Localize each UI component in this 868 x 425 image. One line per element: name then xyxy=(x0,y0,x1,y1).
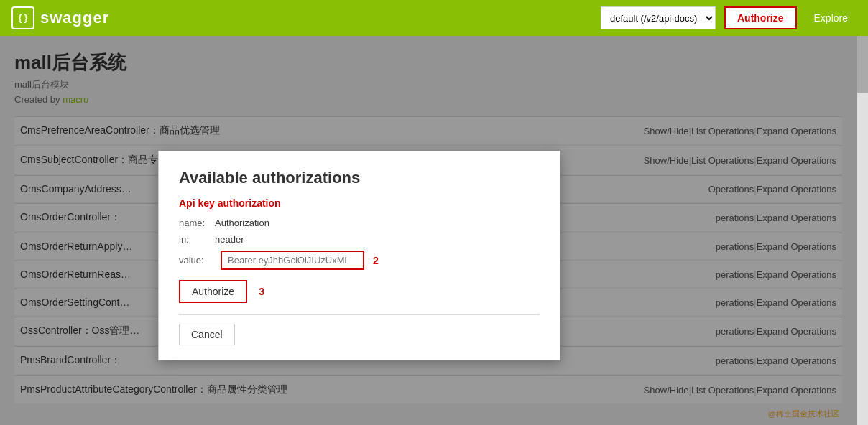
modal-divider xyxy=(179,314,540,315)
modal-cancel-button[interactable]: Cancel xyxy=(179,324,235,345)
content-area: mall后台系统 mall后台模块 Created by macro CmsPr… xyxy=(0,36,857,425)
swagger-logo-text: swagger xyxy=(40,9,109,27)
modal-name-field: name: Authorization xyxy=(179,218,540,228)
scrollbar[interactable] xyxy=(857,36,868,425)
authorization-modal: Available authorizations Api key authori… xyxy=(158,151,560,360)
modal-in-label: in: xyxy=(179,234,215,245)
scrollbar-thumb[interactable] xyxy=(857,36,868,93)
modal-section-title: Api key authorization xyxy=(179,197,540,209)
header-authorize-button[interactable]: Authorize xyxy=(724,6,797,29)
modal-value-label: value: xyxy=(179,255,215,266)
modal-name-label: name: xyxy=(179,218,215,228)
main-container: mall后台系统 mall后台模块 Created by macro CmsPr… xyxy=(0,36,868,425)
modal-name-value: Authorization xyxy=(215,218,269,228)
header: { } swagger default (/v2/api-docs) Autho… xyxy=(0,0,868,36)
modal-value-input[interactable] xyxy=(221,251,364,270)
modal-in-value: header xyxy=(215,234,244,245)
modal-title: Available authorizations xyxy=(179,169,540,187)
modal-in-field: in: header xyxy=(179,234,540,245)
logo: { } swagger xyxy=(11,6,109,29)
modal-value-row: value: 2 xyxy=(179,251,540,270)
modal-authorize-number: 3 xyxy=(259,286,264,297)
modal-authorize-button[interactable]: Authorize xyxy=(179,280,247,303)
api-version-select[interactable]: default (/v2/api-docs) xyxy=(601,6,716,29)
modal-authorize-row: Authorize 3 xyxy=(179,280,540,303)
modal-input-number: 2 xyxy=(373,255,379,266)
swagger-icon: { } xyxy=(11,6,34,29)
header-explore-button[interactable]: Explore xyxy=(805,6,857,29)
